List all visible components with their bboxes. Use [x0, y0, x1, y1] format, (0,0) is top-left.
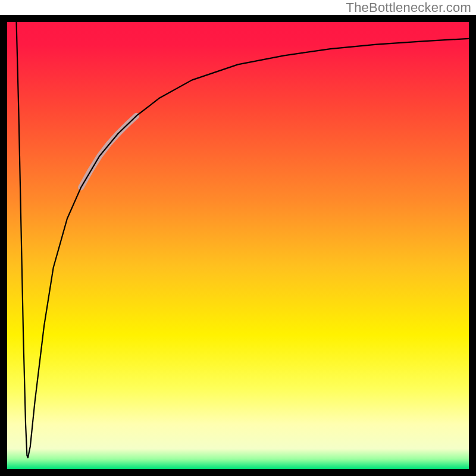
attribution-label: TheBottlenecker.com	[346, 0, 471, 15]
bottleneck-chart	[0, 15, 476, 476]
plot-layer	[7, 22, 469, 469]
plot-background	[7, 22, 469, 469]
chart-container: TheBottlenecker.com	[0, 0, 476, 476]
